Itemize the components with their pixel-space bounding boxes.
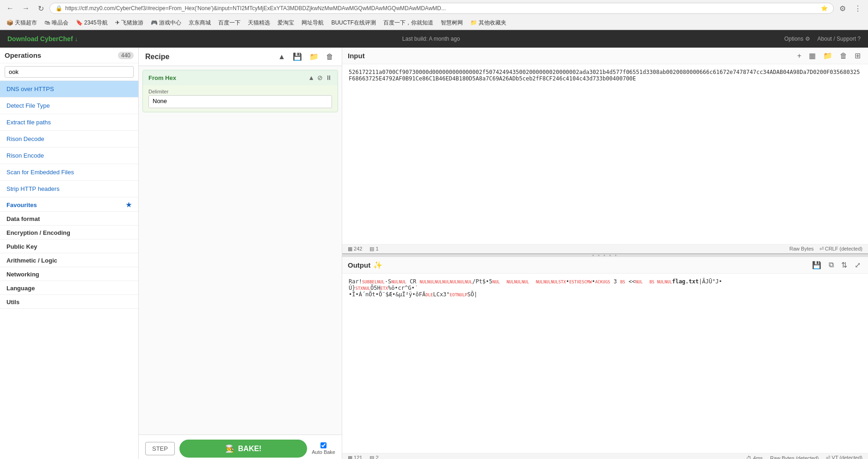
- output-header: Output ✨ 💾 ⧉ ⇅ ⤢: [342, 257, 868, 274]
- sidebar-item-rison-decode[interactable]: Rison Decode: [0, 131, 138, 147]
- magic-icon[interactable]: ✨: [373, 261, 382, 269]
- recipe-save-btn[interactable]: 💾: [291, 51, 304, 62]
- auto-bake-checkbox[interactable]: [320, 442, 326, 448]
- search-input[interactable]: [5, 66, 134, 78]
- data-format-label: Data format: [6, 215, 40, 222]
- sidebar-item-rison-encode[interactable]: Rison Encode: [0, 147, 138, 164]
- sidebar-search-container: [0, 63, 138, 81]
- output-switch-btn[interactable]: ⇅: [839, 260, 849, 270]
- output-content: Rar!SUBBELNUL·SNULNUL CR NULNULNULNULNUL…: [349, 278, 722, 298]
- sidebar-section-arithmetic[interactable]: Arithmetic / Logic: [0, 253, 138, 267]
- recipe-step-pause[interactable]: ⏸: [326, 74, 332, 81]
- bookmark-baidu[interactable]: 百度一下: [215, 18, 243, 28]
- output-statusbar: ▦ 121 ▤ 2 ⏱ 4ms Raw Bytes (detected) ⏎ V…: [342, 453, 868, 459]
- browser-toolbar: ← → ↻ 🔒 https://ctf.mzy0.com/CyberChef3/…: [0, 0, 868, 17]
- sidebar-item-strip-http[interactable]: Strip HTTP headers: [0, 181, 138, 197]
- output-expand-btn[interactable]: ⤢: [853, 260, 862, 270]
- recipe-step-title: From Hex: [148, 74, 176, 81]
- input-open-btn[interactable]: 📁: [821, 50, 834, 61]
- forward-button[interactable]: →: [19, 3, 32, 13]
- bookmark-tmjx[interactable]: 天猫精选: [245, 18, 273, 28]
- recipe-open-btn[interactable]: 📁: [308, 51, 320, 62]
- sidebar-title: Operations: [5, 51, 115, 59]
- recipe-trash-btn[interactable]: 🗑: [324, 52, 335, 62]
- bookmark-baidu2[interactable]: 百度一下，你就知道: [381, 18, 436, 28]
- bookmark-zhihui[interactable]: 智慧树网: [438, 18, 466, 28]
- about-link[interactable]: About / Support ?: [818, 36, 861, 42]
- input-new-btn[interactable]: +: [795, 50, 803, 61]
- bake-button[interactable]: 👨‍🍳 BAKE!: [179, 440, 307, 458]
- app-header-left: Download CyberChef ↓: [7, 35, 78, 43]
- back-button[interactable]: ←: [4, 3, 17, 13]
- bookmark-game[interactable]: 🎮 游戏中心: [148, 18, 184, 28]
- sidebar-item-detect-file-type[interactable]: Detect File Type: [0, 98, 138, 114]
- output-title: Output ✨: [348, 261, 382, 269]
- address-text: https://ctf.mzy0.com/CyberChef3/#recipe=…: [65, 5, 818, 12]
- recipe-title: Recipe: [145, 53, 169, 61]
- sidebar: Operations 440 DNS over HTTPS Detect Fil…: [0, 48, 139, 459]
- input-expand-btn[interactable]: ⊞: [853, 50, 862, 61]
- sidebar-section-data-format[interactable]: Data format: [0, 212, 138, 226]
- download-cyberchef[interactable]: Download CyberChef ↓: [7, 35, 78, 43]
- bookmark-other[interactable]: 📁 其他收藏夹: [468, 18, 509, 28]
- input-chars: ▦ 242: [348, 246, 362, 252]
- input-textarea[interactable]: 526172211a0700Cf90730000d000000000000002…: [342, 64, 868, 244]
- output-encoding[interactable]: Raw Bytes (detected): [770, 455, 819, 459]
- sidebar-section-public-key[interactable]: Public Key: [0, 239, 138, 253]
- recipe-header: Recipe ▲ 💾 📁 🗑: [139, 48, 342, 66]
- sidebar-header: Operations 440: [0, 48, 138, 63]
- sidebar-item-dns-https[interactable]: DNS over HTTPS: [0, 81, 138, 98]
- output-copy-btn[interactable]: ⧉: [827, 260, 836, 270]
- input-lines: ▤ 1: [369, 246, 378, 252]
- recipe-step-disable[interactable]: ⊘: [317, 74, 323, 81]
- output-lineending: ⏎ VT (detected): [826, 455, 862, 459]
- options-link[interactable]: Options ⚙: [784, 36, 810, 42]
- input-close-btn[interactable]: 🗑: [838, 50, 849, 61]
- output-body: Rar!SUBBELNUL·SNULNUL CR NULNULNULNULNUL…: [342, 274, 868, 453]
- sidebar-section-networking[interactable]: Networking: [0, 267, 138, 281]
- input-tabs-btn[interactable]: ▦: [807, 50, 818, 61]
- recipe-collapse-btn[interactable]: ▲: [276, 52, 287, 62]
- menu-button[interactable]: ⋮: [851, 3, 864, 14]
- sidebar-item-scan-embedded[interactable]: Scan for Embedded Files: [0, 164, 138, 181]
- bookmark-flv[interactable]: ✈ 飞猪旅游: [112, 18, 146, 28]
- bookmark-buuctf[interactable]: BUUCTF在线评测: [328, 18, 379, 28]
- sidebar-section-utils[interactable]: Utils: [0, 295, 138, 309]
- sidebar-item-extract-file-paths[interactable]: Extract file paths: [0, 114, 138, 131]
- sidebar-section-language[interactable]: Language: [0, 281, 138, 295]
- encryption-label: Encryption / Encoding: [6, 229, 70, 236]
- bookmark-2345[interactable]: 🔖 2345导航: [73, 18, 111, 28]
- sidebar-count: 440: [118, 52, 134, 59]
- bookmark-wzdh[interactable]: 网址导航: [299, 18, 326, 28]
- bookmark-vph[interactable]: 🛍 唯品会: [42, 18, 71, 28]
- app-header: Download CyberChef ↓ Last build: A month…: [0, 30, 868, 48]
- auto-bake-label: Auto Bake: [312, 449, 335, 455]
- io-panel: Input + ▦ 📁 🗑 ⊞ 526172211a0700Cf90730000…: [342, 48, 868, 459]
- address-bar[interactable]: 🔒 https://ctf.mzy0.com/CyberChef3/#recip…: [49, 3, 834, 14]
- input-linefeed: ⏎ CRLF (detected): [819, 246, 862, 252]
- bookmark-jd[interactable]: 京东商城: [186, 18, 214, 28]
- extensions-button[interactable]: ⚙: [837, 3, 849, 14]
- output-icons: 💾 ⧉ ⇅ ⤢: [810, 260, 862, 270]
- refresh-button[interactable]: ↻: [35, 3, 47, 14]
- output-save-btn[interactable]: 💾: [810, 260, 823, 270]
- step-button[interactable]: STEP: [145, 442, 175, 455]
- input-encoding[interactable]: Raw Bytes: [789, 246, 814, 252]
- output-time: ⏱ 4ms: [746, 455, 763, 459]
- browser-chrome: ← → ↻ 🔒 https://ctf.mzy0.com/CyberChef3/…: [0, 0, 868, 30]
- bookmark-tmcs[interactable]: 📦 天猫超市: [4, 18, 40, 28]
- bake-label: BAKE!: [238, 445, 262, 453]
- utils-label: Utils: [6, 299, 19, 306]
- sidebar-section-encryption[interactable]: Encryption / Encoding: [0, 226, 138, 239]
- output-chars: ▦ 121: [348, 455, 362, 459]
- input-section: Input + ▦ 📁 🗑 ⊞ 526172211a0700Cf90730000…: [342, 48, 868, 254]
- recipe-step-collapse[interactable]: ▲: [308, 74, 314, 81]
- bookmark-aitb[interactable]: 爱淘宝: [275, 18, 297, 28]
- delimiter-value[interactable]: None: [148, 95, 332, 108]
- networking-label: Networking: [6, 271, 39, 278]
- recipe-step-from-hex: From Hex ▲ ⊘ ⏸ Delimiter None: [142, 70, 338, 112]
- sidebar-section-favourites[interactable]: Favourites ★: [0, 197, 138, 212]
- public-key-label: Public Key: [6, 243, 37, 250]
- arithmetic-label: Arithmetic / Logic: [6, 257, 57, 264]
- sidebar-list: DNS over HTTPS Detect File Type Extract …: [0, 81, 138, 459]
